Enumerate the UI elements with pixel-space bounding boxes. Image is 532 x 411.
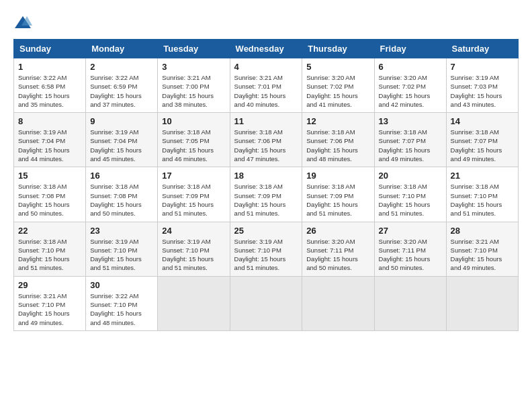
calendar-cell: 14Sunrise: 3:18 AM Sunset: 7:07 PM Dayli… [446,113,518,167]
day-info: Sunrise: 3:22 AM Sunset: 6:58 PM Dayligh… [18,73,81,109]
day-number: 1 [18,62,81,72]
calendar-cell: 25Sunrise: 3:19 AM Sunset: 7:10 PM Dayli… [230,222,302,276]
logo-icon [13,13,32,32]
day-number: 24 [162,226,225,236]
weekday-header-friday: Friday [374,40,446,58]
weekday-header-wednesday: Wednesday [230,40,302,58]
day-number: 17 [162,171,225,181]
calendar-cell: 18Sunrise: 3:18 AM Sunset: 7:09 PM Dayli… [230,167,302,222]
day-info: Sunrise: 3:18 AM Sunset: 7:06 PM Dayligh… [234,128,298,163]
calendar-cell: 30Sunrise: 3:22 AM Sunset: 7:10 PM Dayli… [86,276,158,330]
day-number: 27 [379,226,442,236]
calendar-cell: 12Sunrise: 3:18 AM Sunset: 7:06 PM Dayli… [302,113,374,167]
calendar-cell: 28Sunrise: 3:21 AM Sunset: 7:10 PM Dayli… [446,222,518,276]
calendar-week-row: 1Sunrise: 3:22 AM Sunset: 6:58 PM Daylig… [14,58,519,113]
day-number: 4 [234,62,298,72]
day-info: Sunrise: 3:21 AM Sunset: 7:10 PM Dayligh… [18,291,81,327]
calendar-cell: 5Sunrise: 3:20 AM Sunset: 7:02 PM Daylig… [302,58,374,113]
day-number: 13 [379,116,442,126]
day-number: 15 [18,171,81,181]
calendar-cell: 15Sunrise: 3:18 AM Sunset: 7:08 PM Dayli… [14,167,86,222]
calendar-week-row: 29Sunrise: 3:21 AM Sunset: 7:10 PM Dayli… [14,276,519,330]
day-number: 28 [451,226,514,236]
day-number: 21 [451,171,514,181]
day-info: Sunrise: 3:18 AM Sunset: 7:09 PM Dayligh… [306,182,369,218]
day-info: Sunrise: 3:21 AM Sunset: 7:00 PM Dayligh… [162,73,225,109]
day-number: 30 [90,280,153,290]
calendar-cell: 7Sunrise: 3:19 AM Sunset: 7:03 PM Daylig… [446,58,518,113]
day-number: 22 [18,226,81,236]
calendar-cell: 27Sunrise: 3:20 AM Sunset: 7:11 PM Dayli… [374,222,446,276]
day-number: 9 [90,116,153,126]
calendar-cell [302,276,374,330]
day-number: 11 [234,116,298,126]
day-number: 19 [306,171,369,181]
day-info: Sunrise: 3:18 AM Sunset: 7:07 PM Dayligh… [451,128,514,163]
day-info: Sunrise: 3:21 AM Sunset: 7:01 PM Dayligh… [234,73,298,109]
day-number: 14 [451,116,514,126]
day-info: Sunrise: 3:18 AM Sunset: 7:10 PM Dayligh… [451,182,514,218]
day-number: 12 [306,116,369,126]
day-info: Sunrise: 3:18 AM Sunset: 7:05 PM Dayligh… [162,128,225,163]
day-number: 20 [379,171,442,181]
calendar-cell: 13Sunrise: 3:18 AM Sunset: 7:07 PM Dayli… [374,113,446,167]
calendar-cell: 4Sunrise: 3:21 AM Sunset: 7:01 PM Daylig… [230,58,302,113]
calendar-cell: 1Sunrise: 3:22 AM Sunset: 6:58 PM Daylig… [14,58,86,113]
day-info: Sunrise: 3:19 AM Sunset: 7:04 PM Dayligh… [18,128,81,163]
calendar-cell: 16Sunrise: 3:18 AM Sunset: 7:08 PM Dayli… [86,167,158,222]
calendar-cell [230,276,302,330]
weekday-header-sunday: Sunday [14,40,86,58]
calendar-cell: 23Sunrise: 3:19 AM Sunset: 7:10 PM Dayli… [86,222,158,276]
day-info: Sunrise: 3:18 AM Sunset: 7:09 PM Dayligh… [234,182,298,218]
calendar-cell: 20Sunrise: 3:18 AM Sunset: 7:10 PM Dayli… [374,167,446,222]
day-info: Sunrise: 3:20 AM Sunset: 7:11 PM Dayligh… [379,237,442,273]
calendar-cell: 2Sunrise: 3:22 AM Sunset: 6:59 PM Daylig… [86,58,158,113]
day-number: 2 [90,62,153,72]
day-info: Sunrise: 3:20 AM Sunset: 7:11 PM Dayligh… [306,237,369,273]
calendar-cell: 29Sunrise: 3:21 AM Sunset: 7:10 PM Dayli… [14,276,86,330]
calendar-cell: 9Sunrise: 3:19 AM Sunset: 7:04 PM Daylig… [86,113,158,167]
day-info: Sunrise: 3:18 AM Sunset: 7:06 PM Dayligh… [306,128,369,163]
calendar-cell: 17Sunrise: 3:18 AM Sunset: 7:09 PM Dayli… [158,167,230,222]
day-info: Sunrise: 3:18 AM Sunset: 7:08 PM Dayligh… [90,182,153,218]
calendar-week-row: 15Sunrise: 3:18 AM Sunset: 7:08 PM Dayli… [14,167,519,222]
calendar-cell: 11Sunrise: 3:18 AM Sunset: 7:06 PM Dayli… [230,113,302,167]
day-info: Sunrise: 3:21 AM Sunset: 7:10 PM Dayligh… [451,237,514,273]
day-info: Sunrise: 3:20 AM Sunset: 7:02 PM Dayligh… [379,73,442,109]
day-info: Sunrise: 3:18 AM Sunset: 7:10 PM Dayligh… [18,237,81,273]
weekday-header-monday: Monday [86,40,158,58]
day-info: Sunrise: 3:22 AM Sunset: 6:59 PM Dayligh… [90,73,153,109]
calendar-cell: 19Sunrise: 3:18 AM Sunset: 7:09 PM Dayli… [302,167,374,222]
day-info: Sunrise: 3:19 AM Sunset: 7:10 PM Dayligh… [90,237,153,273]
page-header [13,13,519,32]
day-info: Sunrise: 3:19 AM Sunset: 7:10 PM Dayligh… [162,237,225,273]
day-info: Sunrise: 3:19 AM Sunset: 7:10 PM Dayligh… [234,237,298,273]
calendar-cell: 24Sunrise: 3:19 AM Sunset: 7:10 PM Dayli… [158,222,230,276]
day-info: Sunrise: 3:18 AM Sunset: 7:08 PM Dayligh… [18,182,81,218]
calendar-cell [374,276,446,330]
day-number: 23 [90,226,153,236]
logo [13,13,35,32]
day-info: Sunrise: 3:18 AM Sunset: 7:10 PM Dayligh… [379,182,442,218]
weekday-header-thursday: Thursday [302,40,374,58]
calendar-cell: 22Sunrise: 3:18 AM Sunset: 7:10 PM Dayli… [14,222,86,276]
day-info: Sunrise: 3:20 AM Sunset: 7:02 PM Dayligh… [306,73,369,109]
day-info: Sunrise: 3:18 AM Sunset: 7:07 PM Dayligh… [379,128,442,163]
calendar-cell [446,276,518,330]
day-info: Sunrise: 3:19 AM Sunset: 7:03 PM Dayligh… [451,73,514,109]
day-info: Sunrise: 3:18 AM Sunset: 7:09 PM Dayligh… [162,182,225,218]
day-number: 18 [234,171,298,181]
day-number: 6 [379,62,442,72]
calendar-cell: 26Sunrise: 3:20 AM Sunset: 7:11 PM Dayli… [302,222,374,276]
day-info: Sunrise: 3:19 AM Sunset: 7:04 PM Dayligh… [90,128,153,163]
day-number: 3 [162,62,225,72]
weekday-header-row: SundayMondayTuesdayWednesdayThursdayFrid… [14,40,519,58]
calendar-cell: 6Sunrise: 3:20 AM Sunset: 7:02 PM Daylig… [374,58,446,113]
day-number: 25 [234,226,298,236]
day-info: Sunrise: 3:22 AM Sunset: 7:10 PM Dayligh… [90,291,153,327]
day-number: 7 [451,62,514,72]
calendar-cell: 21Sunrise: 3:18 AM Sunset: 7:10 PM Dayli… [446,167,518,222]
day-number: 29 [18,280,81,290]
weekday-header-tuesday: Tuesday [158,40,230,58]
calendar-cell: 10Sunrise: 3:18 AM Sunset: 7:05 PM Dayli… [158,113,230,167]
